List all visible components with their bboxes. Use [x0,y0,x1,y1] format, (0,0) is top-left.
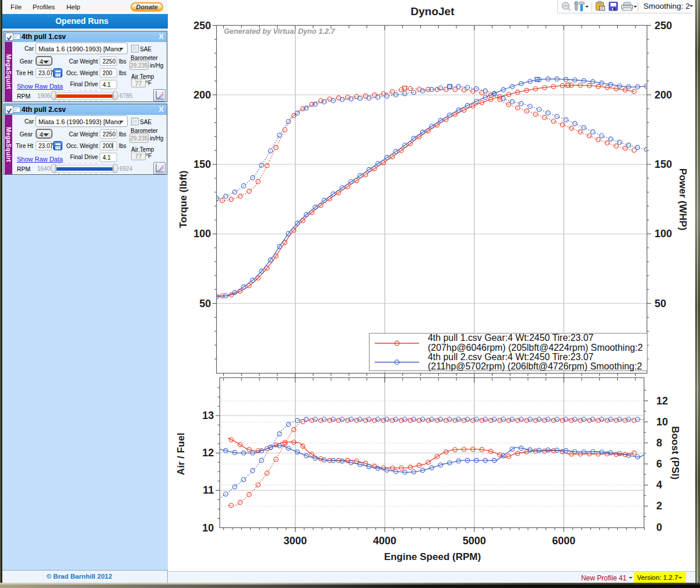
svg-text:8: 8 [656,437,662,449]
svg-text:4th pull 1.csv Gear:4 Wt:2450: 4th pull 1.csv Gear:4 Wt:2450 Tire:23.07 [428,333,594,343]
svg-text:250: 250 [655,20,672,31]
svg-text:Torque (lbft): Torque (lbft) [178,171,189,228]
svg-text:4000: 4000 [373,535,396,547]
svg-text:Power (WHP): Power (WHP) [677,168,688,231]
svg-text:Generated by Virtual Dyno 1.2.: Generated by Virtual Dyno 1.2.7 [224,27,336,36]
svg-text:50: 50 [655,298,666,309]
svg-text:(207hp@6046rpm) (205lbft@4224r: (207hp@6046rpm) (205lbft@4224rpm) Smooth… [428,343,643,353]
svg-text:0: 0 [656,522,662,533]
svg-text:100: 100 [194,228,211,240]
svg-text:50: 50 [199,298,211,309]
svg-text:DynoJet: DynoJet [411,5,455,17]
svg-text:5000: 5000 [463,535,486,547]
svg-text:4th pull 2.csv Gear:4 Wt:2450: 4th pull 2.csv Gear:4 Wt:2450 Tire:23.07 [428,352,594,362]
svg-text:Engine Speed (RPM): Engine Speed (RPM) [384,551,481,562]
svg-text:2: 2 [656,500,662,512]
svg-text:Boost (PSI): Boost (PSI) [670,426,681,480]
svg-text:200: 200 [194,89,211,101]
svg-text:10: 10 [202,522,214,534]
svg-text:12: 12 [202,447,214,459]
svg-text:12: 12 [656,395,668,407]
svg-text:150: 150 [655,159,672,170]
svg-text:250: 250 [194,20,211,31]
svg-text:100: 100 [655,228,672,240]
svg-text:6: 6 [656,458,662,470]
svg-text:(211hp@5702rpm) (206lbft@4726r: (211hp@5702rpm) (206lbft@4726rpm) Smooth… [428,361,642,371]
svg-text:10: 10 [656,416,668,428]
svg-text:200: 200 [655,89,672,101]
svg-text:3000: 3000 [283,535,307,547]
svg-text:13: 13 [202,410,214,421]
svg-text:6000: 6000 [552,535,575,547]
svg-text:4: 4 [656,479,662,491]
svg-text:150: 150 [194,159,211,170]
svg-text:11: 11 [203,484,214,496]
svg-text:Air / Fuel: Air / Fuel [175,433,187,476]
